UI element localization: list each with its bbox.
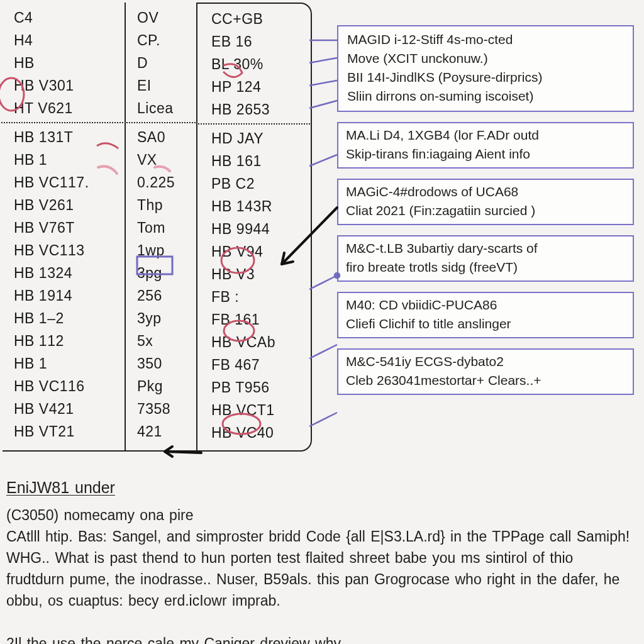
col3-row: FB 467 <box>209 353 303 376</box>
col2-row: 421 <box>137 420 189 443</box>
card-line: M&C-541iy ECGS-dybato2 <box>346 352 625 371</box>
svg-line-4 <box>309 155 337 166</box>
col3-row: HP 124 <box>209 75 303 98</box>
col2-row: CP. <box>137 29 189 52</box>
col3-row: HB VCAb <box>209 331 303 353</box>
svg-line-6 <box>309 345 337 358</box>
card-line: Skip-tirans fin:iagaing Aient info <box>346 145 625 164</box>
col2-row: D <box>137 52 189 74</box>
col3-row: FB : <box>209 286 303 308</box>
annotation-cards: MAGID i-12-Stiff 4s-mo-ctedMove (XCIT un… <box>337 25 634 405</box>
svg-line-5 <box>309 275 337 289</box>
col3-row: HB 9944 <box>209 218 303 240</box>
card-line: Move (XCIT unckonuw.) <box>347 49 624 68</box>
col3-row: HB 161 <box>209 150 303 172</box>
col2-row: VX <box>137 148 189 171</box>
annotation-card: M&C-541iy ECGS-dybato2Cleb 263041mestort… <box>337 348 634 395</box>
annotation-card: M40: CD vbiidiC-PUCA86Cliefi Clichif to … <box>337 292 634 338</box>
col2-row: 7358 <box>137 397 189 420</box>
col3-row: HB 143R <box>209 195 303 218</box>
card-line: BII 14I-JindlKS (Poysure-dirprics) <box>347 68 624 87</box>
card-line: M40: CD vbiidiC-PUCA86 <box>346 296 625 314</box>
col1-row: HB V301 <box>14 74 117 97</box>
col3-row: HB V94 <box>209 240 303 263</box>
col1-row: HB VC113 <box>14 239 117 262</box>
col2-row: SA0 <box>137 126 189 148</box>
card-line: Cliefi Clichif to title anslinger <box>346 314 625 333</box>
col2-row: 3pg <box>137 262 189 284</box>
col3-row: PB T956 <box>209 376 303 399</box>
col3-row: BL 30% <box>209 53 303 75</box>
prose-block: EniJW81 under (C3050) nomecamy ona pireC… <box>6 477 634 644</box>
col3-row: EB 16 <box>209 30 303 53</box>
card-line: firo breate trotls sidg (freeVT) <box>346 258 625 277</box>
card-line: MA.Li D4, 1XGB4 (lor F.ADr outd <box>346 126 625 145</box>
col3-row: CC+GB <box>209 8 303 30</box>
col3-row: HD JAY <box>209 127 303 150</box>
col1-row: C4 <box>14 6 117 29</box>
col1-row: HB V261 <box>14 194 117 216</box>
col2-row: 0.225 <box>137 171 189 194</box>
column-3: CC+GBEB 16BL 30%HP 124HB 2653HD JAYHB 16… <box>197 3 312 452</box>
scanned-page: C4H4HBHB V301HT V621HB 131THB 1HB VC117.… <box>0 0 644 644</box>
card-line: Cliat 2021 (Fin:zagatiin surcied ) <box>346 201 625 220</box>
col3-row: HB V3 <box>209 263 303 286</box>
col2-row: Tom <box>137 216 189 239</box>
col3-row: HB 2653 <box>209 98 303 121</box>
col2-row: 3yp <box>137 307 189 330</box>
col2-row: 5x <box>137 330 189 352</box>
svg-line-2 <box>309 80 337 86</box>
col1-row: HB 131T <box>14 126 117 148</box>
col2-row: EI <box>137 74 189 97</box>
col3-row: FB 161 <box>209 308 303 331</box>
col2-divider <box>125 122 197 123</box>
prose-body: (C3050) nomecamy ona pireCAtlll htip. Ba… <box>6 504 634 644</box>
card-line: MAGiC-4#drodows of UCA68 <box>346 182 625 201</box>
col1-row: HB VT21 <box>14 420 117 443</box>
col1-row: HB <box>14 52 117 74</box>
annotation-card: M&C-t.LB 3ubartiy dary-scarts offiro bre… <box>337 235 634 282</box>
col1-row: H4 <box>14 29 117 52</box>
col1-row: HB 1 <box>14 148 117 171</box>
svg-line-1 <box>309 58 337 63</box>
svg-line-3 <box>309 101 337 108</box>
prose-heading: EniJW81 under <box>6 477 634 498</box>
card-line: Sliin dirrons on-suming iscoiset) <box>347 87 624 106</box>
card-line: Cleb 263041mestortar+ Clears..+ <box>346 371 625 390</box>
annotation-card: MAGID i-12-Stiff 4s-mo-ctedMove (XCIT un… <box>337 25 634 112</box>
col1-row: HB V421 <box>14 397 117 420</box>
col3-divider <box>196 123 312 125</box>
col2-row: 256 <box>137 284 189 307</box>
annotation-card: MAGiC-4#drodows of UCA68Cliat 2021 (Fin:… <box>337 179 634 225</box>
col2-row: OV <box>137 6 189 29</box>
annotation-card: MA.Li D4, 1XGB4 (lor F.ADr outdSkip-tira… <box>337 122 634 169</box>
col1-row: HB 112 <box>14 330 117 352</box>
col2-row: 350 <box>137 352 189 375</box>
column-1: C4H4HBHB V301HT V621HB 131THB 1HB VC117.… <box>3 3 126 452</box>
col3-row: HB VCT1 <box>209 399 303 421</box>
col2-row: 1wp <box>137 239 189 262</box>
col1-row: HB 1324 <box>14 262 117 284</box>
col1-row: HB 1 <box>14 352 117 375</box>
col1-row: HB VC117. <box>14 171 117 194</box>
col1-row: HB V76T <box>14 216 117 239</box>
col1-row: HB VC116 <box>14 375 117 397</box>
col1-divider <box>1 122 126 123</box>
card-line: MAGID i-12-Stiff 4s-mo-cted <box>347 30 624 49</box>
col2-row: Pkg <box>137 375 189 397</box>
col1-row: HT V621 <box>14 97 117 119</box>
col3-row: PB C2 <box>209 172 303 195</box>
card-line: M&C-t.LB 3ubartiy dary-scarts of <box>346 239 625 258</box>
three-column-table: C4H4HBHB V301HT V621HB 131THB 1HB VC117.… <box>3 3 312 452</box>
column-2: OVCP.DEILiceaSA0VX0.225ThpTom1wp3pg2563y… <box>126 3 197 452</box>
col1-row: HB 1–2 <box>14 307 117 330</box>
svg-line-7 <box>309 413 337 426</box>
col3-row: HB VC40 <box>209 421 303 444</box>
col2-row: Thp <box>137 194 189 216</box>
col1-row: HB 1914 <box>14 284 117 307</box>
col2-row: Licea <box>137 97 189 119</box>
